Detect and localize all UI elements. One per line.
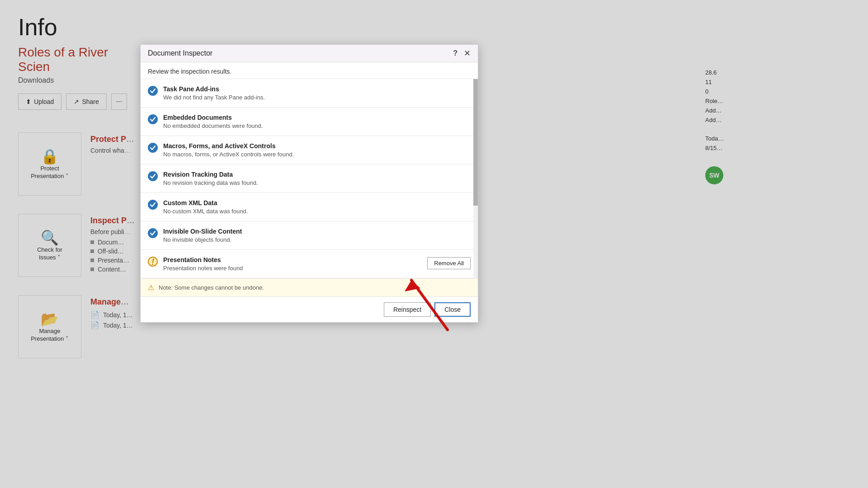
item-desc: Presentation notes were found xyxy=(163,265,422,272)
modal-body[interactable]: Task Pane Add-ins We did not find any Ta… xyxy=(141,79,478,278)
modal-footer: Reinspect Close xyxy=(141,296,478,322)
inspection-item-task-pane: Task Pane Add-ins We did not find any Ta… xyxy=(141,79,478,108)
pass-icon xyxy=(148,114,158,124)
item-text-embedded: Embedded Documents No embedded documents… xyxy=(163,114,471,129)
item-desc: No macros, forms, or ActiveX controls we… xyxy=(163,151,471,158)
warning-triangle-icon: ⚠ xyxy=(148,283,154,292)
item-text-invisible: Invisible On-Slide Content No invisible … xyxy=(163,228,471,243)
item-title: Embedded Documents xyxy=(163,114,471,121)
pass-icon xyxy=(148,228,158,238)
item-title: Macros, Forms, and ActiveX Controls xyxy=(163,142,471,150)
item-desc: No embedded documents were found. xyxy=(163,122,471,129)
item-title: Task Pane Add-ins xyxy=(163,85,471,93)
modal-titlebar-right: ? ✕ xyxy=(453,49,471,57)
reinspect-button[interactable]: Reinspect xyxy=(384,302,431,317)
inspection-item-embedded: Embedded Documents No embedded documents… xyxy=(141,108,478,136)
item-text-task-pane: Task Pane Add-ins We did not find any Ta… xyxy=(163,85,471,101)
item-text-xml: Custom XML Data No custom XML data was f… xyxy=(163,199,471,215)
close-button[interactable]: Close xyxy=(434,302,471,317)
modal-close-button[interactable]: ✕ xyxy=(464,49,471,57)
remove-all-button[interactable]: Remove All xyxy=(427,257,471,269)
inspection-item-xml: Custom XML Data No custom XML data was f… xyxy=(141,193,478,221)
modal-subtitle: Review the inspection results. xyxy=(141,62,478,79)
inspection-item-macros: Macros, Forms, and ActiveX Controls No m… xyxy=(141,136,478,164)
modal-titlebar: Document Inspector ? ✕ xyxy=(141,45,478,62)
item-title: Revision Tracking Data xyxy=(163,171,471,178)
inspection-item-invisible: Invisible On-Slide Content No invisible … xyxy=(141,221,478,250)
scrollbar-track[interactable] xyxy=(473,79,478,278)
modal-warning-bar: ⚠ Note: Some changes cannot be undone. xyxy=(141,278,478,296)
document-inspector-modal: Document Inspector ? ✕ Review the inspec… xyxy=(140,44,478,323)
pass-icon xyxy=(148,86,158,96)
item-desc: No invisible objects found. xyxy=(163,236,471,243)
scrollbar-thumb[interactable] xyxy=(473,79,478,206)
warning-note-text: Note: Some changes cannot be undone. xyxy=(159,284,264,291)
pass-icon xyxy=(148,171,158,181)
item-title: Invisible On-Slide Content xyxy=(163,228,471,235)
item-title: Presentation Notes xyxy=(163,256,422,263)
item-desc: We did not find any Task Pane add-ins. xyxy=(163,94,471,101)
item-desc: No revision tracking data was found. xyxy=(163,179,471,186)
pass-icon xyxy=(148,200,158,210)
item-title: Custom XML Data xyxy=(163,199,471,206)
item-text-notes: Presentation Notes Presentation notes we… xyxy=(163,256,422,272)
pass-icon xyxy=(148,143,158,153)
inspection-item-notes: ! Presentation Notes Presentation notes … xyxy=(141,250,478,278)
modal-title: Document Inspector xyxy=(148,49,212,57)
warning-icon: ! xyxy=(148,257,158,267)
modal-overlay: Document Inspector ? ✕ Review the inspec… xyxy=(0,0,868,488)
item-text-macros: Macros, Forms, and ActiveX Controls No m… xyxy=(163,142,471,158)
inspection-item-revision: Revision Tracking Data No revision track… xyxy=(141,164,478,193)
item-text-revision: Revision Tracking Data No revision track… xyxy=(163,171,471,186)
modal-help-button[interactable]: ? xyxy=(453,49,458,57)
item-desc: No custom XML data was found. xyxy=(163,208,471,215)
